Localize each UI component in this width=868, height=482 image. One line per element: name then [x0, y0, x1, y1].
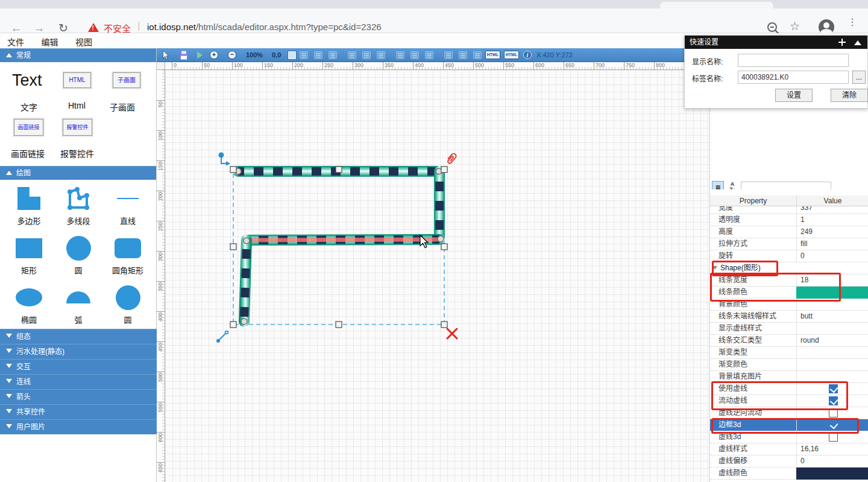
section-header-5[interactable]: 共享控件	[0, 404, 157, 419]
property-column-header[interactable]: Property	[710, 195, 796, 206]
draw-tool-rrect[interactable]: 圆角矩形	[103, 234, 153, 284]
draw-tool-polygon[interactable]: 多边形	[4, 185, 54, 234]
restore-icon[interactable]	[838, 39, 846, 46]
color-swatch[interactable]	[796, 468, 868, 480]
security-warning-text[interactable]: 不安全	[104, 22, 131, 34]
design-canvas[interactable]: + − 100% 0,0 HTML HTML i X:420 Y:272 050…	[157, 48, 709, 482]
html-export-icon[interactable]: HTML	[485, 51, 500, 59]
property-checkbox[interactable]	[829, 408, 838, 417]
set-button[interactable]: 设置	[775, 89, 813, 102]
menu-edit[interactable]: 编辑	[34, 33, 65, 48]
property-value[interactable]: fill	[796, 238, 868, 250]
property-value[interactable]: 0	[796, 455, 868, 468]
property-value[interactable]	[796, 299, 868, 311]
property-row-7[interactable]: 线条颜色	[710, 287, 868, 299]
clear-button[interactable]: 清除	[831, 89, 868, 102]
property-checkbox[interactable]	[829, 396, 838, 405]
draw-tool-circle[interactable]: 圆	[103, 284, 153, 333]
property-row-14[interactable]: 背景填充图片	[710, 371, 868, 383]
zoom-out-icon[interactable]: −	[228, 51, 236, 59]
draw-tool-arc[interactable]: 弧	[54, 284, 103, 333]
collapse-up-icon[interactable]	[854, 40, 861, 45]
section-header-1[interactable]: 污水处理(静态)	[0, 344, 157, 359]
section-header-draw[interactable]: 绘图	[0, 166, 156, 180]
section-header-4[interactable]: 箭头	[0, 389, 157, 404]
section-header-3[interactable]: 连线	[0, 374, 157, 389]
property-value[interactable]: 249	[796, 226, 868, 238]
property-row-6[interactable]: 线条宽度18	[710, 274, 868, 287]
property-value[interactable]	[796, 359, 868, 371]
property-row-18[interactable]: 边框3d	[710, 419, 868, 431]
section-header-2[interactable]: 交互	[0, 359, 157, 374]
property-row-11[interactable]: 线条交汇类型round	[710, 335, 868, 347]
property-row-4[interactable]: 旋转0	[710, 250, 868, 262]
draw-tool-circle[interactable]: 圆	[54, 234, 103, 284]
draw-tool-polyline[interactable]: 多线段	[54, 185, 103, 234]
save-icon[interactable]	[180, 51, 188, 60]
browser-menu-icon[interactable]: ⋮	[848, 20, 854, 25]
section-header-general[interactable]: 常规	[0, 48, 156, 62]
property-row-8[interactable]: 背景颜色	[710, 299, 868, 311]
color-swatch[interactable]	[796, 287, 868, 299]
property-row-2[interactable]: 高度249	[710, 226, 868, 238]
tag-name-input[interactable]: 400038921.K0	[738, 71, 849, 84]
tool-html-button[interactable]: HTML	[63, 72, 91, 88]
property-checkbox[interactable]	[829, 384, 838, 393]
property-value[interactable]: 0	[796, 250, 868, 262]
quick-settings-title[interactable]: 快速设置	[685, 36, 867, 49]
property-value[interactable]	[796, 347, 868, 359]
tool-subscreen-button[interactable]: 子画面	[113, 72, 140, 88]
bookmark-star-icon[interactable]: ☆	[790, 19, 800, 33]
run-icon[interactable]	[197, 51, 203, 60]
section-header-6[interactable]: 用户图片	[0, 419, 157, 434]
property-row-category[interactable]: Shape(图形)	[710, 262, 868, 274]
draw-tool-line[interactable]: 直线	[103, 185, 153, 234]
value-column-header[interactable]: Value	[796, 195, 868, 206]
ruler-label: 550	[157, 403, 164, 412]
property-row-22[interactable]: 虚线颜色	[710, 468, 868, 480]
menu-view[interactable]: 视图	[68, 33, 99, 48]
menu-file[interactable]: 文件	[0, 33, 31, 48]
address-bar[interactable]: iot.idosp.net/html/scada/editor.aspx.htm…	[147, 22, 382, 32]
security-warning-icon[interactable]	[88, 23, 99, 32]
property-row-10[interactable]: 显示虚线样式	[710, 323, 868, 335]
browser-tab[interactable]	[660, 2, 773, 8]
draw-tool-rect[interactable]: 矩形	[4, 234, 54, 284]
section-header-0[interactable]: 组态	[0, 329, 157, 344]
canvas-settings-icon[interactable]	[288, 51, 296, 59]
canvas-grid[interactable]	[165, 70, 709, 482]
property-value[interactable]: 16,16	[796, 443, 868, 455]
display-name-input[interactable]	[738, 54, 849, 67]
info-icon[interactable]: i	[523, 51, 532, 59]
tool-alarm-button[interactable]: 报警控件	[63, 119, 92, 136]
property-row-21[interactable]: 虚线偏移0	[710, 455, 868, 468]
property-checkbox[interactable]	[829, 433, 838, 442]
property-value[interactable]	[796, 371, 868, 383]
property-checkbox[interactable]	[829, 420, 838, 430]
category-collapse-icon[interactable]	[712, 266, 717, 270]
property-value[interactable]: 18	[796, 274, 868, 287]
browser-toolbar: ← → ↻ 不安全 | iot.idosp.net/html/scada/edi…	[0, 8, 868, 33]
pointer-tool-icon[interactable]	[162, 51, 170, 60]
browse-tag-button[interactable]: ...	[852, 71, 866, 84]
property-row-19[interactable]: 虚线3d	[710, 431, 868, 443]
draw-tool-ellipse[interactable]: 椭圆	[4, 284, 54, 333]
property-label: 背景颜色	[710, 299, 796, 311]
property-value[interactable]	[796, 323, 868, 335]
property-row-15[interactable]: 使用虚线	[710, 383, 868, 395]
property-row-12[interactable]: 渐变类型	[710, 347, 868, 359]
property-row-20[interactable]: 虚线样式16,16	[710, 443, 868, 455]
property-row-16[interactable]: 流动虚线	[710, 395, 868, 407]
property-row-17[interactable]: 虚线逆向流动	[710, 407, 868, 419]
zoom-in-icon[interactable]: +	[210, 51, 218, 59]
property-row-9[interactable]: 线条末端线帽样式butt	[710, 311, 868, 323]
property-row-1[interactable]: 透明度1	[710, 214, 868, 226]
property-row-13[interactable]: 渐变颜色	[710, 359, 868, 371]
property-value[interactable]: round	[796, 335, 868, 347]
property-value[interactable]: 1	[796, 214, 868, 226]
html-export-icon-2[interactable]: HTML	[504, 51, 519, 59]
tool-screenlink-button[interactable]: 画面链接	[14, 119, 43, 136]
property-row-3[interactable]: 拉伸方式fill	[710, 238, 868, 250]
property-value[interactable]: butt	[796, 311, 868, 323]
tool-text[interactable]: Text	[12, 71, 42, 90]
